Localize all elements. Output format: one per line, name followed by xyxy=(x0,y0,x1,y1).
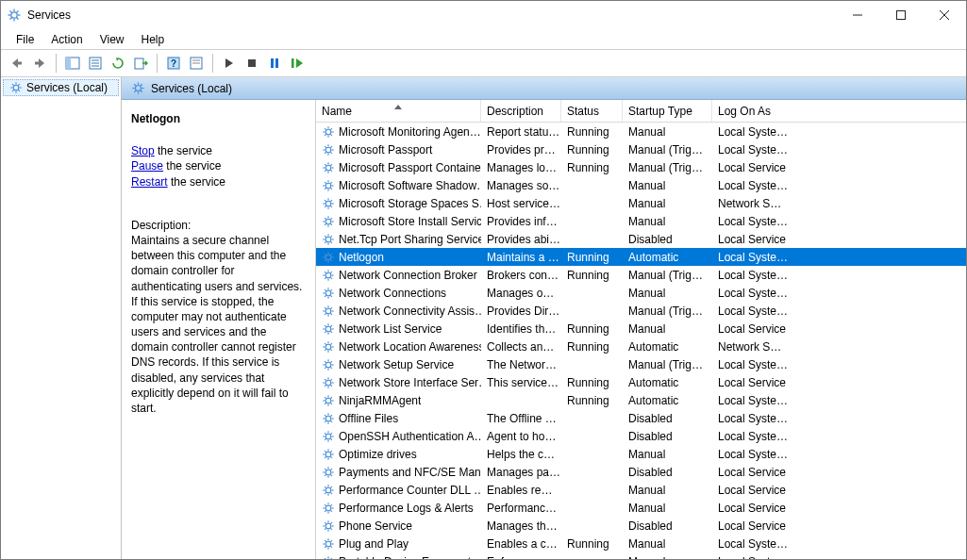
service-icon xyxy=(322,287,335,300)
properties-button[interactable] xyxy=(85,53,106,74)
cell-name: Microsoft Store Install Service xyxy=(316,215,481,228)
service-name: Payments and NFC/SE Man… xyxy=(339,466,481,479)
refresh-button[interactable] xyxy=(108,53,128,74)
content-panel: Services (Local) Netlogon Stop the servi… xyxy=(122,77,966,559)
cell-description: Enables a c… xyxy=(481,537,561,551)
service-row[interactable]: Microsoft Storage Spaces S…Host service…… xyxy=(316,194,966,212)
back-button[interactable] xyxy=(7,53,27,74)
service-icon xyxy=(322,555,335,560)
detail-panel: Netlogon Stop the service Pause the serv… xyxy=(122,100,315,559)
service-row[interactable]: Net.Tcp Port Sharing ServiceProvides abi… xyxy=(316,230,966,248)
service-icon xyxy=(322,161,335,174)
list-body[interactable]: Microsoft Monitoring Agen…Report statu…R… xyxy=(316,123,966,559)
service-row[interactable]: Microsoft Monitoring Agen…Report statu…R… xyxy=(316,123,966,140)
service-row[interactable]: NetlogonMaintains a …RunningAutomaticLoc… xyxy=(316,248,966,266)
pause-service-link[interactable]: Pause xyxy=(131,159,163,173)
cell-description: The Networ… xyxy=(481,358,561,371)
cell-startup: Manual xyxy=(623,215,712,228)
cell-description: Provides abi… xyxy=(481,233,561,246)
svg-rect-14 xyxy=(35,62,40,65)
service-row[interactable]: Network Connectivity Assis…Provides Dir…… xyxy=(316,302,966,320)
restart-service-link[interactable]: Restart xyxy=(131,175,168,189)
stop-service-button[interactable] xyxy=(242,53,262,74)
service-row[interactable]: OpenSSH Authentication A…Agent to ho…Dis… xyxy=(316,427,966,445)
menu-help[interactable]: Help xyxy=(133,31,174,48)
service-row[interactable]: Portable Device Enumerator…Enforces gr…M… xyxy=(316,552,966,559)
service-row[interactable]: Plug and PlayEnables a c…RunningManualLo… xyxy=(316,535,966,552)
start-service-button[interactable] xyxy=(219,53,240,74)
service-row[interactable]: NinjaRMMAgentRunningAutomaticLocal Syste… xyxy=(316,391,966,409)
service-name: Netlogon xyxy=(339,251,384,264)
service-name: Microsoft Storage Spaces S… xyxy=(339,197,481,210)
service-row[interactable]: Phone ServiceManages th…DisabledLocal Se… xyxy=(316,517,966,535)
service-row[interactable]: Optimize drivesHelps the c…ManualLocal S… xyxy=(316,445,966,463)
svg-rect-27 xyxy=(248,59,256,67)
menu-view[interactable]: View xyxy=(92,31,133,48)
service-name: NinjaRMMAgent xyxy=(339,394,421,407)
cell-description: Manages so… xyxy=(481,179,561,192)
service-name: Microsoft Software Shadow… xyxy=(339,179,481,192)
column-startup-type[interactable]: Startup Type xyxy=(623,100,712,122)
toolbar-separator xyxy=(56,54,57,73)
minimize-button[interactable] xyxy=(836,1,879,29)
service-row[interactable]: Microsoft Passport ContainerManages lo…R… xyxy=(316,158,966,176)
help-button[interactable]: ? xyxy=(163,53,184,74)
sort-ascending-icon xyxy=(394,99,402,112)
tree-panel: Services (Local) xyxy=(1,77,122,559)
restart-service-button[interactable] xyxy=(287,53,308,74)
cell-startup: Manual xyxy=(623,322,712,336)
service-name: Network Connections xyxy=(339,287,446,300)
service-row[interactable]: Payments and NFC/SE Man…Manages pa…Disab… xyxy=(316,463,966,481)
service-row[interactable]: Network Location AwarenessCollects an…Ru… xyxy=(316,338,966,355)
service-row[interactable]: Performance Logs & AlertsPerformanc…Manu… xyxy=(316,499,966,517)
cell-status: Running xyxy=(561,340,623,354)
service-row[interactable]: Network Setup ServiceThe Networ…Manual (… xyxy=(316,355,966,373)
cell-name: Network Connection Broker xyxy=(316,269,481,282)
forward-button[interactable] xyxy=(29,53,50,74)
cell-name: Microsoft Passport xyxy=(316,143,481,156)
cell-status: Running xyxy=(561,251,623,264)
service-icon xyxy=(322,340,335,354)
column-description[interactable]: Description xyxy=(481,100,561,122)
description-label: Description: xyxy=(131,218,306,233)
tree-item-services-local[interactable]: Services (Local) xyxy=(3,79,119,96)
service-row[interactable]: Offline FilesThe Offline …DisabledLocal … xyxy=(316,409,966,427)
app-icon xyxy=(7,8,22,23)
help2-button[interactable] xyxy=(186,53,207,74)
cell-startup: Automatic xyxy=(623,376,712,389)
body: Services (Local) Services (Local) Netlog… xyxy=(1,77,966,559)
service-row[interactable]: Network ConnectionsManages o…ManualLocal… xyxy=(316,284,966,302)
cell-startup: Manual (Trig… xyxy=(623,305,712,318)
service-name: Net.Tcp Port Sharing Service xyxy=(339,233,481,246)
cell-logon: Local Service xyxy=(712,502,795,515)
cell-description: Helps the c… xyxy=(481,448,561,461)
close-button[interactable] xyxy=(923,1,966,29)
cell-logon: Local Syste… xyxy=(712,448,795,461)
pause-service-button[interactable] xyxy=(264,53,285,74)
maximize-button[interactable] xyxy=(879,1,923,29)
menu-action[interactable]: Action xyxy=(42,31,91,48)
service-row[interactable]: Network List ServiceIdentifies th…Runnin… xyxy=(316,320,966,338)
cell-logon: Local Service xyxy=(712,376,795,389)
service-row[interactable]: Network Connection BrokerBrokers con…Run… xyxy=(316,266,966,284)
service-row[interactable]: Microsoft Software Shadow…Manages so…Man… xyxy=(316,176,966,194)
export-button[interactable] xyxy=(130,53,151,74)
cell-startup: Manual (Trig… xyxy=(623,161,712,174)
cell-logon: Local Service xyxy=(712,466,795,479)
cell-startup: Manual (Trig… xyxy=(623,358,712,371)
cell-name: Network Store Interface Ser… xyxy=(316,376,481,389)
cell-name: Microsoft Storage Spaces S… xyxy=(316,197,481,210)
service-row[interactable]: Microsoft Store Install ServiceProvides … xyxy=(316,212,966,230)
service-row[interactable]: Microsoft PassportProvides pr…RunningMan… xyxy=(316,140,966,158)
show-hide-tree-button[interactable] xyxy=(62,53,83,74)
menu-file[interactable]: File xyxy=(8,31,42,48)
service-row[interactable]: Performance Counter DLL …Enables rem…Man… xyxy=(316,481,966,499)
service-row[interactable]: Network Store Interface Ser…This service… xyxy=(316,373,966,391)
column-logon-as[interactable]: Log On As xyxy=(712,100,795,122)
column-name[interactable]: Name xyxy=(316,100,481,122)
cell-logon: Local Syste… xyxy=(712,251,795,264)
column-status[interactable]: Status xyxy=(561,100,623,122)
cell-startup: Manual xyxy=(623,197,712,210)
service-icon xyxy=(322,322,335,336)
stop-service-link[interactable]: Stop xyxy=(131,144,155,157)
